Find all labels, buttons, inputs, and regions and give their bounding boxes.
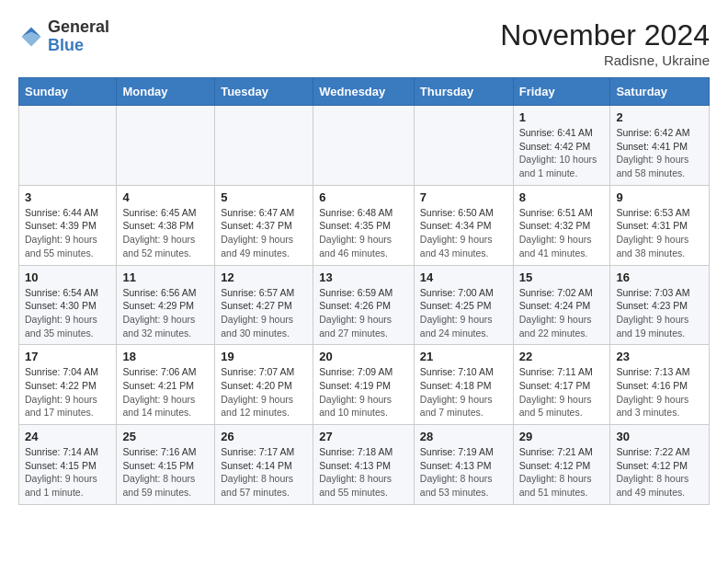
calendar-day-cell: 12 Sunrise: 6:57 AMSunset: 4:27 PMDaylig… [215, 265, 313, 345]
logo-icon [18, 24, 44, 50]
day-info: Sunrise: 7:22 AMSunset: 4:12 PMDaylight:… [616, 445, 703, 500]
day-number: 5 [221, 190, 307, 204]
weekday-header-cell: Tuesday [215, 78, 313, 106]
logo-general: General [48, 17, 109, 36]
calendar-day-cell: 4 Sunrise: 6:45 AMSunset: 4:38 PMDayligh… [117, 185, 215, 265]
day-number: 10 [25, 270, 110, 284]
daylight-label: Daylight: 9 hours and 12 minutes. [221, 394, 293, 419]
day-number: 16 [616, 270, 703, 284]
day-info: Sunrise: 7:16 AMSunset: 4:15 PMDaylight:… [122, 445, 209, 500]
day-number: 6 [319, 190, 408, 204]
daylight-label: Daylight: 9 hours and 24 minutes. [420, 314, 493, 339]
calendar-day-cell: 2 Sunrise: 6:42 AMSunset: 4:41 PMDayligh… [610, 106, 710, 186]
daylight-label: Daylight: 8 hours and 59 minutes. [122, 473, 195, 498]
calendar-day-cell: 16 Sunrise: 7:03 AMSunset: 4:23 PMDaylig… [610, 265, 710, 345]
title-block: November 2024 Radisne, Ukraine [500, 18, 710, 68]
calendar-day-cell: 10 Sunrise: 6:54 AMSunset: 4:30 PMDaylig… [19, 265, 117, 345]
weekday-header-row: SundayMondayTuesdayWednesdayThursdayFrid… [19, 78, 710, 106]
daylight-label: Daylight: 9 hours and 19 minutes. [616, 314, 688, 339]
day-info: Sunrise: 6:54 AMSunset: 4:30 PMDaylight:… [25, 286, 110, 340]
weekday-header-cell: Friday [513, 78, 610, 106]
calendar-day-cell: 9 Sunrise: 6:53 AMSunset: 4:31 PMDayligh… [610, 185, 710, 265]
daylight-label: Daylight: 9 hours and 55 minutes. [25, 234, 97, 259]
calendar-week-row: 24 Sunrise: 7:14 AMSunset: 4:15 PMDaylig… [19, 425, 710, 505]
calendar-day-cell: 18 Sunrise: 7:06 AMSunset: 4:21 PMDaylig… [117, 345, 215, 425]
daylight-label: Daylight: 9 hours and 14 minutes. [122, 394, 195, 419]
calendar-day-cell: 21 Sunrise: 7:10 AMSunset: 4:18 PMDaylig… [414, 345, 513, 425]
calendar-table: SundayMondayTuesdayWednesdayThursdayFrid… [18, 77, 710, 505]
day-info: Sunrise: 6:41 AMSunset: 4:42 PMDaylight:… [519, 126, 605, 180]
day-number: 2 [616, 110, 703, 124]
day-info: Sunrise: 7:06 AMSunset: 4:21 PMDaylight:… [122, 365, 209, 419]
day-info: Sunrise: 6:56 AMSunset: 4:29 PMDaylight:… [122, 286, 209, 340]
day-info: Sunrise: 7:11 AMSunset: 4:17 PMDaylight:… [519, 365, 605, 419]
calendar-day-cell: 6 Sunrise: 6:48 AMSunset: 4:35 PMDayligh… [313, 185, 415, 265]
day-info: Sunrise: 7:03 AMSunset: 4:23 PMDaylight:… [616, 286, 703, 340]
day-number: 27 [319, 430, 408, 443]
day-info: Sunrise: 7:04 AMSunset: 4:22 PMDaylight:… [25, 365, 110, 419]
calendar-day-cell: 3 Sunrise: 6:44 AMSunset: 4:39 PMDayligh… [19, 185, 117, 265]
day-number: 4 [122, 190, 209, 204]
day-info: Sunrise: 7:10 AMSunset: 4:18 PMDaylight:… [420, 365, 507, 419]
daylight-label: Daylight: 9 hours and 5 minutes. [519, 394, 592, 419]
calendar-day-cell [19, 106, 117, 186]
daylight-label: Daylight: 9 hours and 43 minutes. [420, 234, 493, 259]
daylight-label: Daylight: 9 hours and 52 minutes. [122, 234, 195, 259]
day-info: Sunrise: 6:48 AMSunset: 4:35 PMDaylight:… [319, 206, 408, 260]
calendar-day-cell: 26 Sunrise: 7:17 AMSunset: 4:14 PMDaylig… [215, 425, 313, 505]
day-info: Sunrise: 6:50 AMSunset: 4:34 PMDaylight:… [420, 206, 507, 260]
daylight-label: Daylight: 8 hours and 51 minutes. [519, 473, 592, 498]
calendar-day-cell [313, 106, 415, 186]
location-subtitle: Radisne, Ukraine [500, 52, 710, 68]
logo-text: General Blue [48, 18, 109, 55]
daylight-label: Daylight: 9 hours and 32 minutes. [122, 314, 195, 339]
day-number: 13 [319, 270, 408, 284]
daylight-label: Daylight: 9 hours and 35 minutes. [25, 314, 97, 339]
day-number: 9 [616, 190, 703, 204]
daylight-label: Daylight: 9 hours and 10 minutes. [319, 394, 392, 419]
day-number: 21 [420, 350, 507, 363]
calendar-day-cell [117, 106, 215, 186]
daylight-label: Daylight: 9 hours and 22 minutes. [519, 314, 592, 339]
day-info: Sunrise: 6:51 AMSunset: 4:32 PMDaylight:… [519, 206, 605, 260]
day-number: 23 [616, 350, 703, 363]
day-number: 30 [616, 430, 703, 443]
page-header: General Blue November 2024 Radisne, Ukra… [18, 18, 710, 68]
daylight-label: Daylight: 9 hours and 58 minutes. [616, 154, 688, 178]
calendar-day-cell: 14 Sunrise: 7:00 AMSunset: 4:25 PMDaylig… [414, 265, 513, 345]
weekday-header-cell: Saturday [610, 78, 710, 106]
day-number: 29 [519, 430, 605, 443]
daylight-label: Daylight: 9 hours and 49 minutes. [221, 234, 293, 259]
day-info: Sunrise: 7:07 AMSunset: 4:20 PMDaylight:… [221, 365, 307, 419]
day-number: 14 [420, 270, 507, 284]
daylight-label: Daylight: 8 hours and 49 minutes. [616, 473, 688, 498]
day-info: Sunrise: 7:21 AMSunset: 4:12 PMDaylight:… [519, 445, 605, 500]
calendar-day-cell: 15 Sunrise: 7:02 AMSunset: 4:24 PMDaylig… [513, 265, 610, 345]
daylight-label: Daylight: 9 hours and 41 minutes. [519, 234, 592, 259]
day-number: 17 [25, 350, 110, 363]
day-info: Sunrise: 6:47 AMSunset: 4:37 PMDaylight:… [221, 206, 307, 260]
day-info: Sunrise: 6:42 AMSunset: 4:41 PMDaylight:… [616, 126, 703, 180]
calendar-day-cell [215, 106, 313, 186]
day-info: Sunrise: 7:14 AMSunset: 4:15 PMDaylight:… [25, 445, 110, 500]
calendar-day-cell: 20 Sunrise: 7:09 AMSunset: 4:19 PMDaylig… [313, 345, 415, 425]
weekday-header-cell: Monday [117, 78, 215, 106]
day-info: Sunrise: 6:53 AMSunset: 4:31 PMDaylight:… [616, 206, 703, 260]
day-number: 11 [122, 270, 209, 284]
calendar-day-cell: 24 Sunrise: 7:14 AMSunset: 4:15 PMDaylig… [19, 425, 117, 505]
calendar-day-cell: 23 Sunrise: 7:13 AMSunset: 4:16 PMDaylig… [610, 345, 710, 425]
calendar-day-cell: 30 Sunrise: 7:22 AMSunset: 4:12 PMDaylig… [610, 425, 710, 505]
daylight-label: Daylight: 9 hours and 27 minutes. [319, 314, 392, 339]
daylight-label: Daylight: 9 hours and 38 minutes. [616, 234, 688, 259]
calendar-day-cell [414, 106, 513, 186]
calendar-body: 1 Sunrise: 6:41 AMSunset: 4:42 PMDayligh… [19, 106, 710, 505]
day-number: 12 [221, 270, 307, 284]
calendar-day-cell: 22 Sunrise: 7:11 AMSunset: 4:17 PMDaylig… [513, 345, 610, 425]
day-number: 20 [319, 350, 408, 363]
calendar-day-cell: 28 Sunrise: 7:19 AMSunset: 4:13 PMDaylig… [414, 425, 513, 505]
daylight-label: Daylight: 8 hours and 57 minutes. [221, 473, 293, 498]
day-number: 24 [25, 430, 110, 443]
calendar-week-row: 17 Sunrise: 7:04 AMSunset: 4:22 PMDaylig… [19, 345, 710, 425]
daylight-label: Daylight: 8 hours and 55 minutes. [319, 473, 392, 498]
calendar-day-cell: 29 Sunrise: 7:21 AMSunset: 4:12 PMDaylig… [513, 425, 610, 505]
